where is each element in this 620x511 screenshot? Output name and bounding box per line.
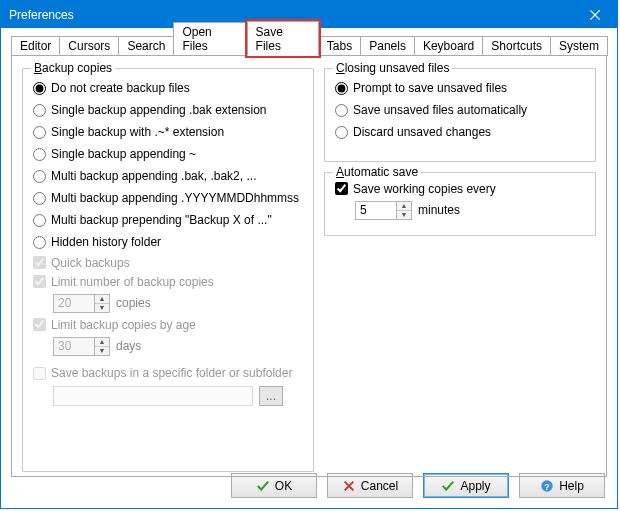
group-backup-legend: Backup copies xyxy=(31,61,115,75)
radio-discard[interactable]: Discard unsaved changes xyxy=(325,121,595,143)
radio-no-backup[interactable]: Do not create backup files xyxy=(23,77,313,99)
client-area: Editor Cursors Search Open Files Save Fi… xyxy=(1,28,617,508)
check-limit-number: Limit number of backup copies xyxy=(23,272,313,291)
autosave-row: ▲▼ minutes xyxy=(325,198,595,222)
group-automatic-save: Automatic save Save working copies every… xyxy=(324,172,596,236)
spinner-buttons: ▲▼ xyxy=(94,338,109,355)
spinner-buttons: ▲▼ xyxy=(94,295,109,312)
check-icon xyxy=(441,479,455,493)
limit-age-suffix: days xyxy=(116,339,141,353)
svg-text:?: ? xyxy=(544,481,549,491)
tab-cursors[interactable]: Cursors xyxy=(59,36,119,56)
check-limit-age: Limit backup copies by age xyxy=(23,315,313,334)
limit-number-suffix: copies xyxy=(116,296,151,310)
group-autosave-legend: Automatic save xyxy=(333,165,421,179)
tab-save-files[interactable]: Save Files xyxy=(247,21,319,56)
tab-tabs[interactable]: Tabs xyxy=(318,36,361,56)
radio-single-tilde[interactable]: Single backup appending ~ xyxy=(23,143,313,165)
close-button[interactable] xyxy=(572,1,617,28)
tab-keyboard[interactable]: Keyboard xyxy=(414,36,483,56)
limit-age-row: ▲▼ days xyxy=(23,334,313,358)
tab-search[interactable]: Search xyxy=(118,36,174,56)
radio-single-tilde-star[interactable]: Single backup with .~* extension xyxy=(23,121,313,143)
radio-auto-save[interactable]: Save unsaved files automatically xyxy=(325,99,595,121)
radio-multi-bak[interactable]: Multi backup appending .bak, .bak2, ... xyxy=(23,165,313,187)
radio-hidden-history[interactable]: Hidden history folder xyxy=(23,231,313,253)
window-title: Preferences xyxy=(9,8,572,22)
group-closing-legend: Closing unsaved files xyxy=(333,61,452,75)
tab-editor[interactable]: Editor xyxy=(11,36,60,56)
help-icon: ? xyxy=(540,479,554,493)
group-backup-copies: Backup copies Do not create backup files… xyxy=(22,68,314,472)
limit-number-spinner: ▲▼ xyxy=(53,294,110,313)
radio-single-bak[interactable]: Single backup appending .bak extension xyxy=(23,99,313,121)
limit-number-row: ▲▼ copies xyxy=(23,291,313,315)
radio-prompt-save[interactable]: Prompt to save unsaved files xyxy=(325,77,595,99)
folder-path-input xyxy=(53,386,253,406)
folder-row: ... xyxy=(23,384,313,408)
autosave-suffix: minutes xyxy=(418,203,460,217)
autosave-input[interactable] xyxy=(356,202,396,219)
spin-up-icon[interactable]: ▲ xyxy=(397,202,411,211)
radio-multi-date[interactable]: Multi backup appending .YYYYMMDDhhmmss xyxy=(23,187,313,209)
group-closing-unsaved: Closing unsaved files Prompt to save uns… xyxy=(324,68,596,162)
tab-system[interactable]: System xyxy=(550,36,608,56)
browse-button[interactable]: ... xyxy=(259,386,283,406)
preferences-window: Preferences Editor Cursors Search Open F… xyxy=(0,0,618,509)
tab-open-files[interactable]: Open Files xyxy=(173,22,247,56)
x-icon xyxy=(342,479,356,493)
autosave-spinner[interactable]: ▲▼ xyxy=(355,201,412,220)
check-specific-folder: Save backups in a specific folder or sub… xyxy=(23,362,313,384)
limit-age-spinner: ▲▼ xyxy=(53,337,110,356)
check-working-copies[interactable]: Save working copies every xyxy=(325,179,595,198)
check-quick-backups: Quick backups xyxy=(23,253,313,272)
check-icon xyxy=(256,479,270,493)
radio-prepend[interactable]: Multi backup prepending "Backup X of ...… xyxy=(23,209,313,231)
tab-panel-save-files: Backup copies Do not create backup files… xyxy=(11,55,607,477)
spinner-buttons[interactable]: ▲▼ xyxy=(396,202,411,219)
tab-panels[interactable]: Panels xyxy=(360,36,415,56)
spin-down-icon[interactable]: ▼ xyxy=(397,211,411,219)
tab-shortcuts[interactable]: Shortcuts xyxy=(482,36,551,56)
tabstrip: Editor Cursors Search Open Files Save Fi… xyxy=(11,34,607,56)
close-icon xyxy=(590,10,600,20)
